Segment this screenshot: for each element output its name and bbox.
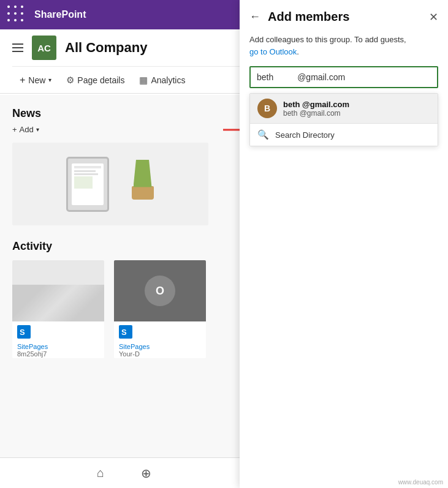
news-card-image: [12, 143, 208, 225]
bottom-nav: ⌂ ⊕: [0, 457, 248, 488]
search-directory-item[interactable]: 🔍 Search Directory: [250, 124, 438, 146]
chart-icon: ▦: [139, 75, 148, 86]
news-card: [12, 143, 208, 225]
sharepoint-file-icon-1: S: [17, 325, 99, 342]
hamburger-menu[interactable]: [12, 43, 23, 52]
file-1-name: SitePages: [17, 343, 99, 350]
panel-close-button[interactable]: ✕: [429, 10, 438, 24]
tablet-illustration: [63, 154, 115, 215]
site-title: All Company: [65, 40, 147, 56]
file-1-id: 8m25ohj7: [17, 350, 99, 358]
email-input-wrapper: [249, 66, 438, 88]
globe-nav-icon[interactable]: ⊕: [141, 466, 151, 481]
main-content: News + Add ▾: [0, 95, 248, 457]
gear-icon: ⚙: [66, 75, 74, 86]
watermark: www.deuaq.com: [398, 479, 443, 486]
analytics-button[interactable]: ▦ Analytics: [132, 67, 192, 93]
panel-header: ← Add members ✕: [240, 0, 448, 30]
chevron-icon: ▾: [36, 126, 39, 133]
activity-card-1[interactable]: S SitePages 8m25ohj7: [12, 260, 104, 358]
app-name: SharePoint: [34, 9, 86, 20]
svg-text:S: S: [20, 328, 25, 337]
activity-section: Activity S SitePages 8m25ohj7: [12, 240, 236, 358]
search-dir-icon: 🔍: [257, 129, 269, 140]
page-details-label: Page details: [77, 75, 124, 85]
card-1-info: S SitePages 8m25ohj7: [12, 321, 104, 358]
panel-title: Add members: [268, 10, 422, 24]
file-2-id: Your-D: [119, 350, 201, 358]
app-launcher-button[interactable]: [7, 6, 26, 24]
plant-illustration: [127, 160, 158, 209]
add-news-button[interactable]: + Add ▾: [12, 125, 236, 134]
card-2-thumbnail: O: [114, 260, 206, 321]
panel-description: Add colleagues to this group. To add gue…: [240, 30, 448, 66]
add-label: Add: [20, 125, 34, 134]
analytics-label: Analytics: [151, 75, 185, 85]
activity-card-2[interactable]: O S SitePages Your-D: [114, 260, 206, 358]
site-badge: AC: [32, 36, 56, 60]
new-button[interactable]: + New ▾: [12, 67, 59, 93]
panel-desc-end: .: [297, 47, 299, 56]
suggestion-dropdown: B beth @gmail.com beth @gmail.com 🔍 Sear…: [249, 93, 438, 146]
activity-cards-list: S SitePages 8m25ohj7 O: [12, 260, 236, 358]
home-nav-icon[interactable]: ⌂: [97, 466, 104, 480]
chevron-icon: ▾: [48, 77, 51, 83]
email-input[interactable]: [251, 67, 437, 87]
suggestion-avatar: B: [257, 99, 277, 118]
plus-icon: +: [20, 75, 25, 86]
card-1-thumbnail: [12, 260, 104, 321]
add-members-panel: ← Add members ✕ Add colleagues to this g…: [240, 0, 448, 488]
plus-icon: +: [12, 125, 17, 134]
new-label: New: [28, 75, 45, 85]
card-2-info: S SitePages Your-D: [114, 321, 206, 358]
suggestion-email: beth @gmail.com: [283, 109, 349, 118]
sharepoint-file-icon-2: S: [119, 325, 201, 342]
panel-back-button[interactable]: ←: [249, 10, 260, 23]
news-section-title: News: [12, 107, 236, 120]
suggestion-name: beth @gmail.com: [283, 100, 349, 109]
search-dir-label: Search Directory: [275, 130, 335, 140]
outlook-link[interactable]: go to Outlook: [249, 47, 297, 56]
svg-text:S: S: [121, 328, 127, 337]
page-details-button[interactable]: ⚙ Page details: [59, 67, 132, 93]
panel-desc-text: Add colleagues to this group. To add gue…: [249, 35, 406, 44]
suggestion-item[interactable]: B beth @gmail.com beth @gmail.com: [250, 94, 438, 123]
file-2-name: SitePages: [119, 343, 201, 350]
activity-section-title: Activity: [12, 240, 236, 253]
suggestion-text-group: beth @gmail.com beth @gmail.com: [283, 100, 349, 118]
